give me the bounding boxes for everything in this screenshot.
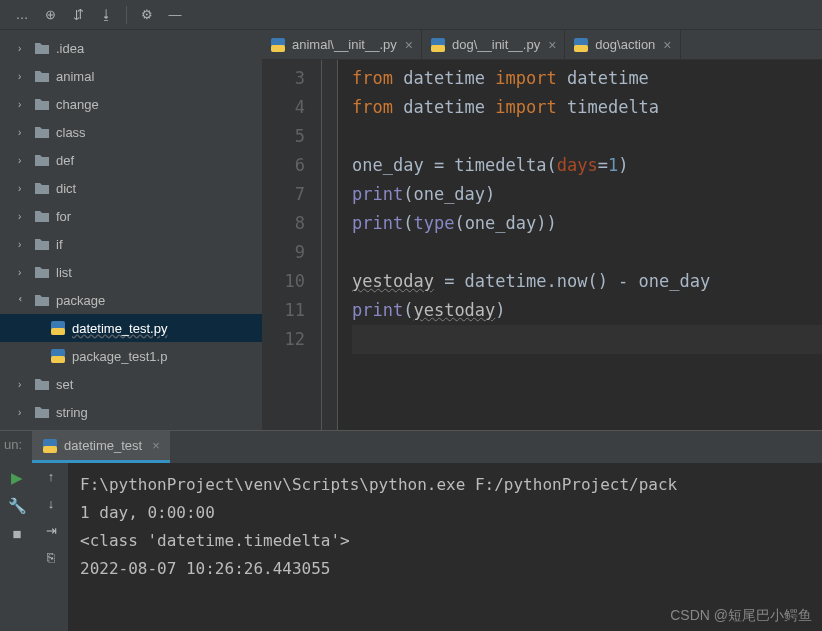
fold-column: [322, 60, 338, 430]
target-icon[interactable]: ⊕: [38, 3, 62, 27]
run-toolbar-arrows: ↑ ↓ ⇥ ⎘: [34, 463, 68, 631]
tree-folder-dict[interactable]: › dict: [0, 174, 262, 202]
code-line[interactable]: yestoday = datetime.now() - one_day: [352, 267, 822, 296]
python-icon: [50, 320, 66, 336]
folder-icon: [34, 69, 50, 83]
collapse-icon[interactable]: ⭳: [94, 3, 118, 27]
run-label: un:: [0, 431, 32, 463]
folder-icon: [34, 181, 50, 195]
chevron-icon: ›: [18, 407, 28, 417]
tab-label: dog\__init__.py: [452, 37, 540, 52]
editor-tabs: animal\__init__.py × dog\__init__.py × d…: [262, 30, 822, 60]
project-tree[interactable]: › .idea› animal› change› class› def› dic…: [0, 30, 262, 430]
play-icon[interactable]: ▶: [11, 469, 23, 487]
tree-item-label: def: [56, 153, 74, 168]
wrench-icon[interactable]: 🔧: [8, 497, 27, 515]
tree-item-label: package_test1.p: [72, 349, 167, 364]
chevron-icon: ›: [18, 183, 28, 193]
code-line[interactable]: from datetime import datetime: [352, 64, 822, 93]
tree-item-label: .idea: [56, 41, 84, 56]
tree-item-label: package: [56, 293, 105, 308]
tree-folder-list[interactable]: › list: [0, 258, 262, 286]
close-icon[interactable]: ×: [548, 37, 556, 53]
chevron-icon: ›: [18, 99, 28, 109]
folder-icon: [34, 153, 50, 167]
tree-folder-for[interactable]: › for: [0, 202, 262, 230]
tree-item-label: change: [56, 97, 99, 112]
ellipsis-icon[interactable]: …: [10, 3, 34, 27]
tree-folder-set[interactable]: › set: [0, 370, 262, 398]
tree-folder-animal[interactable]: › animal: [0, 62, 262, 90]
tree-item-label: set: [56, 377, 73, 392]
close-icon[interactable]: ×: [405, 37, 413, 53]
run-tool-window: un: datetime_test × ▶ 🔧 ■ ↑ ↓ ⇥ ⎘ F:\pyt…: [0, 430, 822, 631]
python-icon: [270, 37, 286, 53]
wrap-icon[interactable]: ⇥: [46, 523, 57, 538]
folder-icon: [34, 265, 50, 279]
tree-item-label: list: [56, 265, 72, 280]
close-icon[interactable]: ×: [663, 37, 671, 53]
tree-item-label: animal: [56, 69, 94, 84]
chevron-icon: ›: [18, 267, 28, 277]
code-line[interactable]: from datetime import timedelta: [352, 93, 822, 122]
tree-folder-if[interactable]: › if: [0, 230, 262, 258]
chevron-icon: ›: [18, 155, 28, 165]
python-icon: [42, 438, 58, 454]
tree-item-label: datetime_test.py: [72, 321, 167, 336]
chevron-icon: ›: [18, 379, 28, 389]
chevron-icon: ›: [18, 43, 28, 53]
code-line[interactable]: [352, 325, 822, 354]
code-line[interactable]: print(yestoday): [352, 296, 822, 325]
python-icon: [430, 37, 446, 53]
folder-icon: [34, 293, 50, 307]
folder-icon: [34, 377, 50, 391]
up-icon[interactable]: ↑: [48, 469, 55, 484]
tree-folder-.idea[interactable]: › .idea: [0, 34, 262, 62]
folder-icon: [34, 97, 50, 111]
tree-folder-class[interactable]: › class: [0, 118, 262, 146]
python-icon: [573, 37, 589, 53]
tree-folder-string[interactable]: › string: [0, 398, 262, 426]
chevron-icon: ›: [18, 71, 28, 81]
console-output[interactable]: F:\pythonProject\venv\Scripts\python.exe…: [68, 463, 822, 631]
chevron-icon: ›: [18, 239, 28, 249]
folder-icon: [34, 41, 50, 55]
tree-folder-def[interactable]: › def: [0, 146, 262, 174]
tree-file[interactable]: package_test1.p: [0, 342, 262, 370]
minimize-icon[interactable]: —: [163, 3, 187, 27]
watermark: CSDN @短尾巴小鳄鱼: [670, 607, 812, 625]
code-line[interactable]: print(one_day): [352, 180, 822, 209]
stop-icon[interactable]: ■: [12, 525, 21, 542]
folder-icon: [34, 405, 50, 419]
line-gutter: 3456789101112: [262, 60, 322, 430]
run-tab[interactable]: datetime_test ×: [32, 431, 170, 463]
run-tab-label: datetime_test: [64, 438, 142, 453]
code-editor[interactable]: from datetime import datetimefrom dateti…: [338, 60, 822, 430]
tree-item-label: if: [56, 237, 63, 252]
code-line[interactable]: print(type(one_day)): [352, 209, 822, 238]
code-line[interactable]: one_day = timedelta(days=1): [352, 151, 822, 180]
tree-folder-change[interactable]: › change: [0, 90, 262, 118]
code-line[interactable]: [352, 238, 822, 267]
export-icon[interactable]: ⎘: [47, 550, 55, 565]
chevron-icon: ⌄: [18, 295, 28, 305]
editor-tab[interactable]: dog\action ×: [565, 30, 680, 59]
folder-icon: [34, 237, 50, 251]
tab-label: dog\action: [595, 37, 655, 52]
tree-folder-package[interactable]: ⌄ package: [0, 286, 262, 314]
run-toolbar-left: ▶ 🔧 ■: [0, 463, 34, 631]
tree-file[interactable]: datetime_test.py: [0, 314, 262, 342]
editor-tab[interactable]: animal\__init__.py ×: [262, 30, 422, 59]
chevron-icon: ›: [18, 127, 28, 137]
gear-icon[interactable]: ⚙: [135, 3, 159, 27]
tree-item-label: dict: [56, 181, 76, 196]
code-line[interactable]: [352, 122, 822, 151]
tree-item-label: for: [56, 209, 71, 224]
down-icon[interactable]: ↓: [48, 496, 55, 511]
tree-item-label: class: [56, 125, 86, 140]
project-toolbar: … ⊕ ⇵ ⭳ ⚙ —: [0, 0, 822, 30]
filter-icon[interactable]: ⇵: [66, 3, 90, 27]
close-icon[interactable]: ×: [152, 438, 160, 453]
editor-tab[interactable]: dog\__init__.py ×: [422, 30, 565, 59]
chevron-icon: ›: [18, 211, 28, 221]
